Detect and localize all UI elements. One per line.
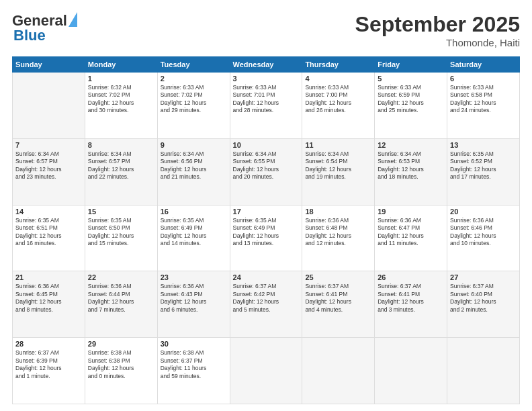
sunset-text: Sunset: 6:46 PM — [450, 224, 517, 232]
day-info: Sunrise: 6:34 AMSunset: 6:56 PMDaylight:… — [161, 150, 227, 181]
calendar-cell: 12Sunrise: 6:34 AMSunset: 6:53 PMDayligh… — [375, 138, 447, 205]
sunrise-text: Sunrise: 6:32 AM — [88, 84, 154, 91]
calendar-week-row: 21Sunrise: 6:36 AMSunset: 6:45 PMDayligh… — [13, 271, 520, 338]
day-number: 10 — [233, 141, 300, 149]
calendar-cell: 26Sunrise: 6:37 AMSunset: 6:41 PMDayligh… — [375, 271, 447, 338]
daylight-line1: Daylight: 12 hours — [233, 298, 300, 306]
daylight-line1: Daylight: 12 hours — [233, 166, 300, 173]
calendar-cell: 6Sunrise: 6:33 AMSunset: 6:58 PMDaylight… — [447, 73, 520, 139]
daylight-line1: Daylight: 12 hours — [15, 232, 82, 240]
daylight-line2: and 18 minutes. — [378, 173, 444, 181]
calendar-cell: 20Sunrise: 6:36 AMSunset: 6:46 PMDayligh… — [447, 205, 520, 271]
day-info: Sunrise: 6:33 AMSunset: 7:02 PMDaylight:… — [161, 84, 227, 115]
calendar-cell: 15Sunrise: 6:35 AMSunset: 6:50 PMDayligh… — [85, 205, 157, 271]
daylight-line1: Daylight: 12 hours — [15, 298, 82, 306]
daylight-line1: Daylight: 12 hours — [305, 166, 371, 173]
day-number: 30 — [161, 340, 227, 348]
daylight-line1: Daylight: 12 hours — [305, 232, 371, 240]
day-of-week-header: Monday — [85, 57, 157, 73]
calendar-cell: 23Sunrise: 6:36 AMSunset: 6:43 PMDayligh… — [157, 271, 230, 338]
calendar-cell: 29Sunrise: 6:38 AMSunset: 6:38 PMDayligh… — [85, 338, 157, 404]
sunset-text: Sunset: 6:54 PM — [305, 158, 371, 165]
sunset-text: Sunset: 6:39 PM — [15, 357, 82, 365]
calendar-cell: 14Sunrise: 6:35 AMSunset: 6:51 PMDayligh… — [13, 205, 85, 271]
day-of-week-header: Saturday — [447, 57, 520, 73]
sunset-text: Sunset: 6:55 PM — [233, 158, 300, 165]
sunset-text: Sunset: 7:00 PM — [305, 91, 371, 99]
calendar-cell: 21Sunrise: 6:36 AMSunset: 6:45 PMDayligh… — [13, 271, 85, 338]
day-info: Sunrise: 6:33 AMSunset: 7:01 PMDaylight:… — [233, 84, 300, 115]
sunset-text: Sunset: 7:01 PM — [233, 91, 300, 99]
sunset-text: Sunset: 6:43 PM — [161, 291, 227, 298]
daylight-line1: Daylight: 12 hours — [88, 166, 154, 173]
daylight-line1: Daylight: 12 hours — [161, 166, 227, 173]
calendar-cell: 2Sunrise: 6:33 AMSunset: 7:02 PMDaylight… — [157, 73, 230, 139]
sunset-text: Sunset: 6:40 PM — [450, 291, 517, 298]
calendar-cell — [302, 338, 375, 404]
day-info: Sunrise: 6:36 AMSunset: 6:45 PMDaylight:… — [15, 283, 82, 314]
daylight-line2: and 30 minutes. — [88, 107, 154, 114]
sunset-text: Sunset: 6:50 PM — [88, 224, 154, 232]
daylight-line1: Daylight: 12 hours — [378, 232, 444, 240]
day-number: 21 — [15, 273, 82, 281]
daylight-line2: and 17 minutes. — [450, 173, 517, 181]
day-info: Sunrise: 6:34 AMSunset: 6:55 PMDaylight:… — [233, 150, 300, 181]
day-number: 7 — [15, 141, 82, 149]
day-number: 4 — [305, 75, 371, 83]
sunrise-text: Sunrise: 6:36 AM — [305, 217, 371, 224]
sunrise-text: Sunrise: 6:33 AM — [305, 84, 371, 91]
calendar-cell: 11Sunrise: 6:34 AMSunset: 6:54 PMDayligh… — [302, 138, 375, 205]
sunrise-text: Sunrise: 6:35 AM — [15, 217, 82, 224]
calendar-cell: 19Sunrise: 6:36 AMSunset: 6:47 PMDayligh… — [375, 205, 447, 271]
day-number: 5 — [378, 75, 444, 83]
daylight-line2: and 3 minutes. — [378, 306, 444, 314]
sunrise-text: Sunrise: 6:34 AM — [15, 150, 82, 158]
calendar-cell: 7Sunrise: 6:34 AMSunset: 6:57 PMDaylight… — [13, 138, 85, 205]
day-info: Sunrise: 6:35 AMSunset: 6:52 PMDaylight:… — [450, 150, 517, 181]
day-number: 23 — [161, 273, 227, 281]
sunset-text: Sunset: 6:49 PM — [161, 224, 227, 232]
day-number: 22 — [88, 273, 154, 281]
sunset-text: Sunset: 6:58 PM — [450, 91, 517, 99]
logo-blue: Blue — [13, 27, 46, 44]
day-info: Sunrise: 6:38 AMSunset: 6:37 PMDaylight:… — [161, 349, 227, 380]
day-info: Sunrise: 6:35 AMSunset: 6:51 PMDaylight:… — [15, 217, 82, 248]
calendar-table: SundayMondayTuesdayWednesdayThursdayFrid… — [12, 56, 520, 404]
day-number: 8 — [88, 141, 154, 149]
day-number: 20 — [450, 208, 517, 216]
calendar-week-row: 7Sunrise: 6:34 AMSunset: 6:57 PMDaylight… — [13, 138, 520, 205]
day-number: 13 — [450, 141, 517, 149]
daylight-line2: and 25 minutes. — [378, 107, 444, 114]
day-number: 18 — [305, 208, 371, 216]
daylight-line2: and 59 minutes. — [161, 373, 227, 380]
sunset-text: Sunset: 7:02 PM — [161, 91, 227, 99]
daylight-line2: and 0 minutes. — [88, 373, 154, 380]
calendar-cell: 16Sunrise: 6:35 AMSunset: 6:49 PMDayligh… — [157, 205, 230, 271]
sunrise-text: Sunrise: 6:37 AM — [378, 283, 444, 290]
daylight-line2: and 6 minutes. — [161, 306, 227, 314]
daylight-line1: Daylight: 12 hours — [88, 232, 154, 240]
day-number: 24 — [233, 273, 300, 281]
sunset-text: Sunset: 6:42 PM — [233, 291, 300, 298]
page: General Blue September 2025 Thomonde, Ha… — [0, 0, 532, 411]
day-of-week-header: Thursday — [302, 57, 375, 73]
day-info: Sunrise: 6:36 AMSunset: 6:47 PMDaylight:… — [378, 217, 444, 248]
day-number: 16 — [161, 208, 227, 216]
sunset-text: Sunset: 6:53 PM — [378, 158, 444, 165]
daylight-line2: and 4 minutes. — [305, 306, 371, 314]
calendar-title: September 2025 — [355, 12, 520, 37]
sunrise-text: Sunrise: 6:36 AM — [378, 217, 444, 224]
calendar-header-row: SundayMondayTuesdayWednesdayThursdayFrid… — [13, 57, 520, 73]
logo-arrow-icon — [69, 12, 77, 27]
sunrise-text: Sunrise: 6:36 AM — [450, 217, 517, 224]
daylight-line2: and 29 minutes. — [161, 107, 227, 114]
calendar-cell: 9Sunrise: 6:34 AMSunset: 6:56 PMDaylight… — [157, 138, 230, 205]
daylight-line2: and 2 minutes. — [450, 306, 517, 314]
day-info: Sunrise: 6:36 AMSunset: 6:46 PMDaylight:… — [450, 217, 517, 248]
day-of-week-header: Sunday — [13, 57, 85, 73]
calendar-cell: 25Sunrise: 6:37 AMSunset: 6:41 PMDayligh… — [302, 271, 375, 338]
sunset-text: Sunset: 6:41 PM — [378, 291, 444, 298]
sunrise-text: Sunrise: 6:37 AM — [233, 283, 300, 290]
day-of-week-header: Friday — [375, 57, 447, 73]
calendar-cell: 18Sunrise: 6:36 AMSunset: 6:48 PMDayligh… — [302, 205, 375, 271]
